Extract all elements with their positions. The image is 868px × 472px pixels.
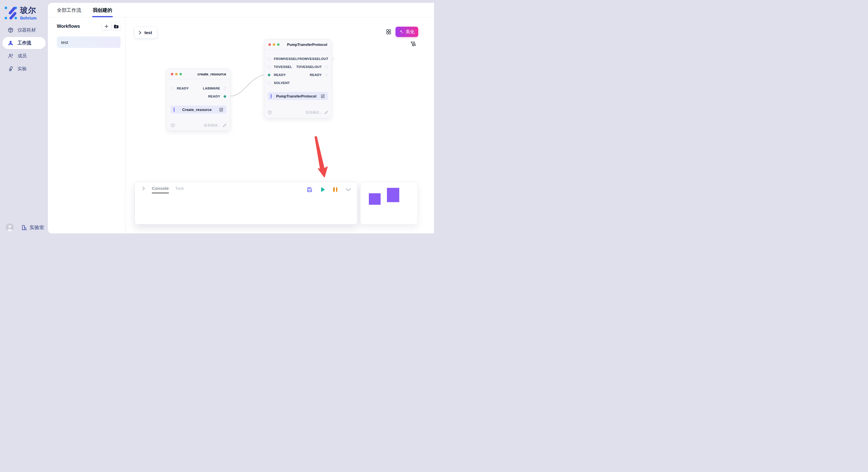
node-pump-transfer-protocol[interactable]: PumpTransferProtocol FROMVESSEL FROMVESS… bbox=[264, 39, 332, 118]
lab-label: 实验室 bbox=[30, 224, 44, 231]
port-circle[interactable] bbox=[325, 74, 328, 76]
port-circle[interactable] bbox=[332, 58, 334, 60]
tab-all-workflows[interactable]: 全部工作流 bbox=[57, 3, 81, 17]
import-folder-button[interactable] bbox=[112, 23, 121, 30]
sidebar-item-workflows[interactable]: 工作流 bbox=[2, 37, 45, 49]
bohrium-logo-icon bbox=[4, 6, 17, 20]
port-label: SOLVENT bbox=[274, 81, 290, 85]
port-in-ready[interactable]: READY bbox=[268, 73, 286, 76]
port-in-solvent[interactable]: SOLVENT bbox=[268, 81, 290, 85]
minimap[interactable] bbox=[360, 182, 417, 225]
dot-yellow bbox=[273, 43, 275, 46]
port-circle[interactable] bbox=[268, 66, 270, 68]
port-label: READY bbox=[310, 73, 322, 76]
flow-canvas[interactable]: test 美化 bbox=[125, 18, 434, 233]
sidebar-item-members[interactable]: 成员 bbox=[2, 50, 45, 62]
port-circle[interactable] bbox=[268, 82, 270, 84]
sparkles-icon bbox=[399, 30, 404, 34]
node-footer: 添加描述... bbox=[268, 110, 328, 115]
pencil-icon[interactable] bbox=[223, 124, 226, 127]
console-panel: Console Task bbox=[135, 182, 358, 225]
filter-button[interactable] bbox=[410, 41, 416, 47]
dot-red bbox=[171, 73, 174, 75]
port-out-tovesselout[interactable]: TOVESSELOUT bbox=[296, 65, 328, 69]
run-button[interactable] bbox=[319, 187, 325, 193]
port-circle[interactable] bbox=[224, 87, 226, 90]
node-create-resource[interactable]: create_resource READY LABWARE READY bbox=[166, 69, 230, 131]
minimap-node-create-resource bbox=[369, 193, 381, 205]
sidebar-item-consumables[interactable]: 仪器耗材 bbox=[2, 24, 45, 36]
sidebar-item-label: 实验 bbox=[18, 66, 27, 72]
dot-green bbox=[179, 73, 182, 75]
info-icon[interactable] bbox=[268, 110, 272, 114]
node-header[interactable]: create_resource bbox=[167, 69, 230, 79]
node-header[interactable]: PumpTransferProtocol bbox=[265, 39, 331, 50]
command-palette-button[interactable] bbox=[385, 28, 392, 35]
filter-funnel-icon bbox=[410, 41, 416, 47]
port-circle[interactable] bbox=[325, 66, 328, 68]
tab-task[interactable]: Task bbox=[175, 186, 184, 193]
chevron-right-icon bbox=[138, 31, 142, 35]
tab-my-created[interactable]: 我创建的 bbox=[93, 3, 112, 17]
port-label: READY bbox=[208, 95, 220, 98]
traffic-dots bbox=[268, 43, 280, 46]
port-label: READY bbox=[274, 73, 286, 76]
test-tube-icon bbox=[8, 66, 13, 72]
port-out-ready[interactable]: READY bbox=[208, 95, 226, 98]
node-action-button[interactable]: PumpTransferProtocol bbox=[268, 92, 328, 100]
description-placeholder[interactable]: 添加描述... bbox=[305, 110, 322, 115]
port-in-fromvessel[interactable]: FROMVESSEL bbox=[268, 57, 298, 61]
plus-icon bbox=[104, 24, 108, 28]
pencil-icon[interactable] bbox=[324, 111, 328, 114]
minimap-node-pump bbox=[387, 188, 399, 202]
info-icon[interactable] bbox=[171, 123, 175, 127]
edit-icon[interactable] bbox=[321, 94, 325, 98]
building-icon bbox=[21, 225, 27, 231]
save-floppy-icon bbox=[307, 187, 312, 193]
sidebar-menu: 仪器耗材 工作流 成员 bbox=[0, 24, 48, 75]
play-icon bbox=[320, 187, 325, 192]
port-in-tovessel[interactable]: TOVESSEL bbox=[268, 65, 292, 69]
user-avatar[interactable] bbox=[6, 224, 14, 231]
workflow-list-item[interactable]: test bbox=[57, 36, 121, 48]
add-workflow-button[interactable] bbox=[102, 23, 111, 30]
sidebar-item-experiments[interactable]: 实验 bbox=[2, 63, 45, 75]
node-action-button[interactable]: Create_resource bbox=[170, 105, 226, 113]
port-circle[interactable] bbox=[171, 87, 174, 90]
breadcrumb[interactable]: test bbox=[135, 27, 157, 38]
workflows-panel: Workflows bbox=[48, 18, 125, 233]
pause-button[interactable] bbox=[332, 187, 338, 193]
breadcrumb-label: test bbox=[144, 30, 152, 35]
tab-label: 我创建的 bbox=[93, 7, 112, 13]
brand-logo: 玻尔 Bohrium bbox=[4, 5, 37, 20]
box-icon bbox=[8, 27, 13, 33]
description-placeholder[interactable]: 添加描述... bbox=[204, 123, 220, 128]
edit-icon[interactable] bbox=[219, 107, 223, 111]
workflows-panel-title: Workflows bbox=[57, 24, 80, 29]
dot-green bbox=[277, 43, 280, 46]
chevron-down-icon bbox=[346, 188, 351, 191]
save-button[interactable] bbox=[307, 187, 312, 193]
beautify-button[interactable]: 美化 bbox=[396, 27, 418, 37]
dot-red bbox=[268, 43, 271, 46]
port-out-ready[interactable]: READY bbox=[310, 73, 328, 76]
collapse-console-button[interactable] bbox=[345, 187, 351, 193]
port-in-ready[interactable]: READY bbox=[171, 87, 189, 90]
node-action-label: PumpTransferProtocol bbox=[272, 94, 321, 98]
port-out-fromvesselout[interactable]: FROMVESSELOUT bbox=[298, 57, 334, 61]
console-collapse-icon[interactable] bbox=[142, 187, 146, 191]
members-icon bbox=[8, 53, 13, 59]
node-title: create_resource bbox=[197, 72, 226, 76]
edge-create-to-pump bbox=[230, 74, 267, 96]
folder-download-icon bbox=[114, 24, 119, 29]
dot-yellow bbox=[175, 73, 178, 75]
port-circle[interactable] bbox=[268, 58, 270, 60]
port-circle-connected[interactable] bbox=[268, 74, 270, 76]
node-title: PumpTransferProtocol bbox=[287, 42, 327, 47]
port-out-labware[interactable]: LABWARE bbox=[203, 87, 226, 90]
red-annotation-arrow bbox=[315, 137, 328, 177]
tab-console[interactable]: Console bbox=[152, 186, 169, 193]
port-circle-connected[interactable] bbox=[224, 95, 226, 98]
lab-switcher[interactable]: 实验室 bbox=[21, 224, 44, 231]
command-icon bbox=[385, 28, 392, 35]
